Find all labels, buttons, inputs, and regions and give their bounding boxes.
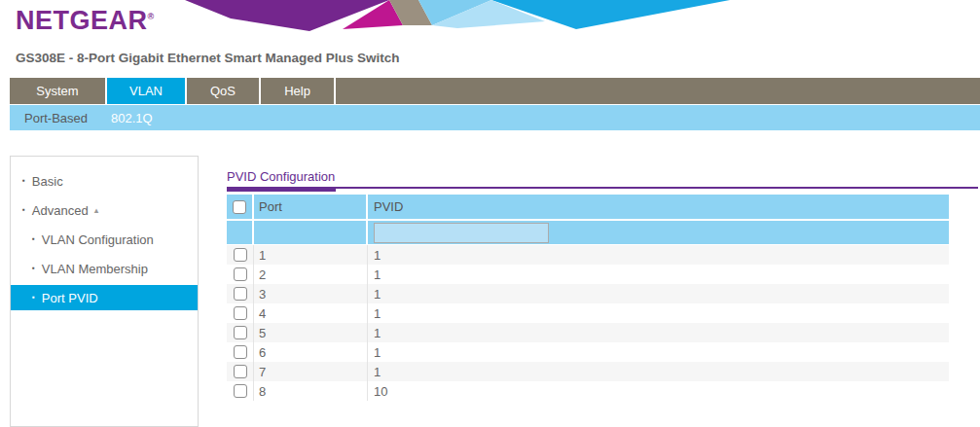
bullet-icon: ▪ xyxy=(32,235,35,243)
pvid-cell: 10 xyxy=(368,381,949,401)
sidebar-item-label: Basic xyxy=(32,174,63,189)
pvid-cell: 1 xyxy=(368,284,949,303)
row-checkbox[interactable] xyxy=(234,267,247,281)
pvid-cell: 1 xyxy=(368,342,949,362)
bullet-icon: ▪ xyxy=(32,294,35,302)
sidebar-item-vlan-membership[interactable]: ▪ VLAN Membership xyxy=(11,256,198,281)
nav-tab-system[interactable]: System xyxy=(10,78,107,104)
rule-thin xyxy=(227,187,978,189)
pvid-cell: 1 xyxy=(368,362,949,381)
pvid-table: Port PVID 1 1 2 1 3 1 4 1 xyxy=(227,195,949,401)
nav-tab-vlan[interactable]: VLAN xyxy=(107,78,187,104)
subnav-item-802-1q[interactable]: 802.1Q xyxy=(111,111,153,125)
rule-thick xyxy=(227,187,336,192)
row-checkbox[interactable] xyxy=(234,287,247,301)
banner-graphic xyxy=(181,0,736,32)
bullet-icon: ▪ xyxy=(32,265,35,272)
pvid-column-header: PVID xyxy=(368,195,949,219)
sidebar: ▪ Basic ▪ Advanced ▴ ▪ VLAN Configuratio… xyxy=(10,156,199,427)
pvid-cell: 1 xyxy=(368,303,949,323)
port-cell: 1 xyxy=(254,245,368,265)
pvid-filter-input[interactable] xyxy=(374,223,549,243)
table-filter-row xyxy=(227,221,949,245)
table-body: 1 1 2 1 3 1 4 1 5 1 6 1 xyxy=(227,245,949,401)
sidebar-item-label: VLAN Configuration xyxy=(42,232,154,247)
port-cell: 5 xyxy=(254,323,368,342)
table-row: 5 1 xyxy=(227,323,949,342)
port-cell: 3 xyxy=(254,284,368,303)
netgear-logo-text: NETGEAR xyxy=(16,6,148,35)
collapse-caret-icon: ▴ xyxy=(94,205,99,215)
registered-mark: ® xyxy=(148,12,155,21)
row-checkbox[interactable] xyxy=(234,365,247,378)
sidebar-item-basic[interactable]: ▪ Basic xyxy=(11,168,198,194)
row-checkbox[interactable] xyxy=(234,248,247,262)
pvid-cell: 1 xyxy=(368,323,949,342)
pvid-cell: 1 xyxy=(368,245,949,265)
port-cell: 6 xyxy=(254,342,368,362)
row-checkbox[interactable] xyxy=(234,306,247,320)
sidebar-item-advanced[interactable]: ▪ Advanced ▴ xyxy=(11,197,198,223)
table-row: 6 1 xyxy=(227,342,949,362)
sidebar-item-label: VLAN Membership xyxy=(42,262,148,276)
pvid-cell: 1 xyxy=(368,265,949,284)
bullet-icon: ▪ xyxy=(22,177,25,185)
port-cell: 7 xyxy=(254,362,368,381)
table-row: 3 1 xyxy=(227,284,949,303)
table-row: 2 1 xyxy=(227,265,949,284)
port-column-header: Port xyxy=(254,195,368,219)
netgear-logo: NETGEAR® xyxy=(16,6,155,36)
port-cell: 8 xyxy=(254,381,368,401)
row-checkbox[interactable] xyxy=(234,345,247,359)
bullet-icon: ▪ xyxy=(22,206,25,214)
sidebar-item-port-pvid[interactable]: ▪ Port PVID xyxy=(11,285,198,310)
sub-nav: Port-Based 802.1Q xyxy=(10,105,980,130)
sidebar-item-label: Advanced xyxy=(32,203,89,218)
port-cell: 2 xyxy=(254,265,368,284)
subnav-item-port-based[interactable]: Port-Based xyxy=(24,111,88,125)
table-row: 8 10 xyxy=(227,381,949,401)
table-row: 1 1 xyxy=(227,245,949,265)
table-row: 7 1 xyxy=(227,362,949,381)
section-title: PVID Configuration xyxy=(227,169,335,184)
device-title: GS308E - 8-Port Gigabit Ethernet Smart M… xyxy=(16,51,400,65)
sidebar-item-label: Port PVID xyxy=(42,291,98,305)
section-title-rule xyxy=(227,187,978,192)
main-nav: System VLAN QoS Help xyxy=(10,78,980,104)
row-checkbox[interactable] xyxy=(234,326,247,339)
nav-tab-qos[interactable]: QoS xyxy=(187,78,261,104)
port-cell: 4 xyxy=(254,303,368,323)
select-all-checkbox[interactable] xyxy=(233,200,246,214)
nav-tab-help[interactable]: Help xyxy=(261,78,336,104)
table-row: 4 1 xyxy=(227,303,949,323)
row-checkbox[interactable] xyxy=(234,384,247,398)
table-header-row: Port PVID xyxy=(227,195,949,221)
sidebar-item-vlan-configuration[interactable]: ▪ VLAN Configuration xyxy=(11,227,198,252)
